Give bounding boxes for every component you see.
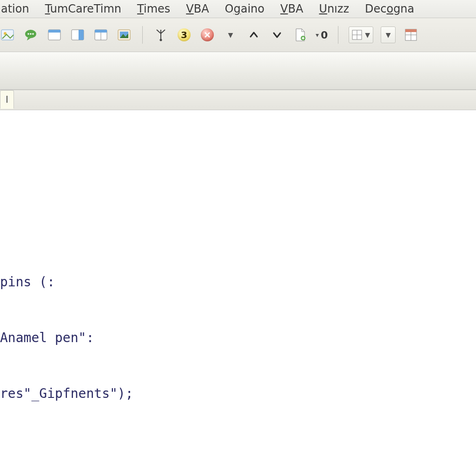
menu-item-ation[interactable]: ation [0, 0, 30, 17]
spin-control[interactable]: ▾ 0 [316, 27, 328, 43]
code-block-1: pins (: Anamel pen": res"_Gipfnents"); [0, 236, 476, 440]
menu-item-ogaino[interactable]: Ogaino [224, 0, 265, 17]
arrow-up-button[interactable] [246, 27, 262, 43]
editor-tab-active[interactable]: l [0, 90, 14, 109]
warning-badge-icon[interactable]: 3 [176, 27, 192, 43]
error-badge-icon[interactable] [199, 27, 215, 43]
menu-item-post: gna [393, 2, 414, 15]
tab-strip: l [0, 90, 476, 110]
grid-icon [352, 30, 362, 40]
document-new-icon[interactable] [292, 27, 308, 43]
code-editor[interactable]: pins (: Anamel pen": res"_Gipfnents"); o… [0, 110, 476, 476]
grid-icon[interactable] [403, 27, 419, 43]
menu-item-mnemonic: T [45, 2, 50, 15]
svg-point-19 [160, 39, 162, 41]
menu-item-mnemonic: V [280, 2, 288, 15]
arrow-down-button[interactable] [269, 27, 285, 43]
menu-item-decogna[interactable]: Decogna [364, 0, 415, 17]
menu-item-pre: Dec [365, 2, 386, 15]
menu-item-pre: O [225, 2, 234, 15]
menu-item-vba-1[interactable]: VBA [185, 0, 210, 17]
chevron-down-icon: ▼ [386, 31, 391, 39]
menu-item-tumcaretimn[interactable]: TumCareTimn [44, 0, 122, 17]
menu-item-mnemonic: T [137, 2, 144, 15]
menu-item-vba-2[interactable]: VBA [279, 0, 304, 17]
spin-value: 0 [321, 29, 328, 41]
svg-point-5 [32, 33, 34, 35]
svg-rect-31 [405, 29, 416, 32]
svg-line-17 [157, 30, 161, 33]
menu-item-post: nızz [327, 2, 349, 15]
picture-icon[interactable] [116, 27, 132, 43]
svg-line-18 [161, 30, 165, 33]
code-line: Anamel pen": [0, 329, 476, 347]
dropdown-small-button[interactable]: ▼ [223, 27, 238, 43]
svg-rect-9 [79, 30, 84, 40]
menu-item-mnemonic: g [234, 2, 241, 15]
menu-item-mnemonic: V [186, 2, 193, 15]
chat-icon[interactable] [23, 27, 39, 43]
fork-icon[interactable] [153, 27, 169, 43]
menu-item-post: umCareTimn [50, 2, 121, 15]
menu-item-post: aino [241, 2, 264, 15]
toolbar: 3 ▼ ▾ 0 ▼ ▼ [0, 18, 476, 52]
menu-item-post: BA [194, 2, 209, 15]
menu-item-post: imes [144, 2, 170, 15]
menu-item-mnemonic: o [386, 2, 393, 15]
tab-label: l [6, 94, 8, 105]
svg-point-4 [30, 33, 32, 35]
caret-icon: ▾ [316, 31, 319, 39]
toolbar-separator [142, 26, 143, 44]
dropdown-2[interactable]: ▼ [381, 26, 396, 43]
grid-dropdown-1[interactable]: ▼ [349, 26, 373, 43]
toolbar-spacer [0, 52, 476, 90]
warning-count: 3 [178, 28, 191, 41]
image-placeholder-icon[interactable] [0, 27, 16, 43]
menu-item-post: ation [1, 2, 29, 15]
menu-item-times[interactable]: Times [136, 0, 171, 17]
menu-item-post: BA [288, 2, 303, 15]
split-icon[interactable] [93, 27, 109, 43]
toolbar-separator [338, 26, 338, 44]
menu-bar: ation TumCareTimn Times VBA Ogaino VBA U… [0, 0, 476, 18]
svg-point-3 [27, 33, 29, 35]
error-x-icon [201, 28, 214, 41]
svg-rect-7 [48, 30, 60, 33]
chevron-down-icon: ▼ [365, 31, 370, 39]
menu-item-mnemonic: U [319, 2, 327, 15]
window-icon[interactable] [46, 27, 62, 43]
code-line: pins (: [0, 273, 476, 291]
code-line: res"_Gipfnents"); [0, 384, 476, 403]
window-right-icon[interactable] [70, 27, 86, 43]
svg-rect-12 [95, 30, 107, 33]
menu-item-unizz[interactable]: Unızz [318, 0, 350, 17]
